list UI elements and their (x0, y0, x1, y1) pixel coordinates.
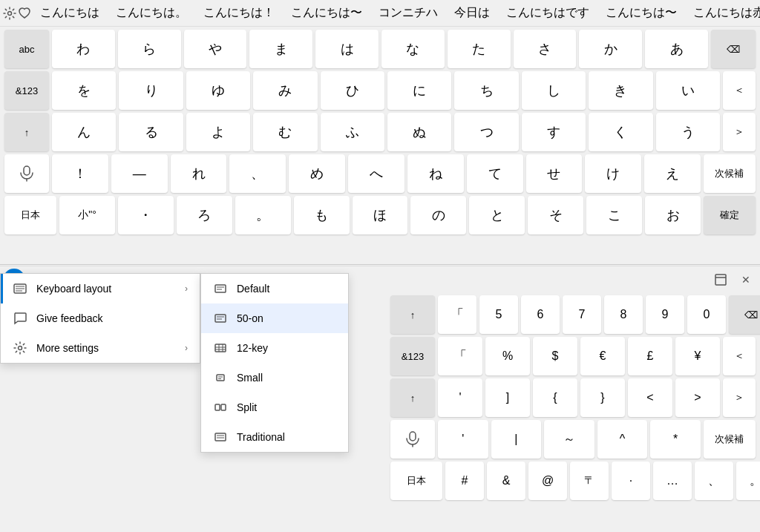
candidate-item[interactable]: こんにちはです (499, 4, 597, 22)
r-brace-l[interactable]: { (533, 378, 577, 417)
key-se[interactable]: せ (526, 154, 583, 193)
r-yen[interactable]: ¥ (675, 337, 720, 375)
r-percent[interactable]: % (485, 337, 530, 375)
key-wo[interactable]: を (52, 71, 116, 110)
r-arrow-right[interactable]: ＞ (723, 378, 756, 417)
r-postal[interactable]: 〒 (570, 462, 609, 500)
r-comma2[interactable]: 、 (695, 462, 733, 500)
r-tilde[interactable]: ～ (544, 420, 594, 459)
r-num-5[interactable]: 5 (479, 295, 518, 334)
settings-icon[interactable] (3, 3, 16, 24)
key-na[interactable]: な (381, 30, 445, 68)
key-ta[interactable]: た (448, 30, 511, 68)
r-backspace[interactable]: ⌫ (729, 295, 760, 334)
r-shift-key2[interactable]: ↑ (390, 378, 435, 417)
key-ne[interactable]: ね (407, 154, 464, 193)
key-ro[interactable]: ろ (177, 196, 232, 234)
key-ma[interactable]: ま (249, 30, 312, 68)
key-o[interactable]: お (645, 196, 701, 234)
r-lt[interactable]: < (628, 378, 672, 417)
key-ki[interactable]: き (589, 71, 652, 110)
key-comma[interactable]: 、 (229, 154, 286, 193)
key-mu[interactable]: む (253, 113, 317, 151)
key-re[interactable]: れ (171, 154, 227, 193)
r-num-6[interactable]: 6 (521, 295, 560, 334)
r-shift-key[interactable]: ↑ (390, 295, 435, 334)
r-gt[interactable]: > (675, 378, 720, 417)
key-excl[interactable]: ！ (52, 154, 108, 193)
key-ha[interactable]: は (315, 30, 379, 68)
key-a[interactable]: あ (645, 30, 708, 68)
key-wa[interactable]: わ (52, 30, 115, 68)
menu-item-more-settings[interactable]: More settings › (1, 333, 200, 363)
heart-icon[interactable] (18, 3, 31, 24)
key-e[interactable]: え (644, 154, 701, 193)
candidate-item[interactable]: こんにちは赤ちゃん (686, 4, 760, 22)
key-dash[interactable]: — (111, 154, 168, 193)
candidate-item[interactable]: こんにちは (33, 4, 107, 22)
menu-item-keyboard-layout[interactable]: Keyboard layout › (1, 274, 200, 303)
r-ellipsis[interactable]: … (653, 462, 692, 500)
r-mic-key[interactable] (390, 420, 435, 459)
key-ri[interactable]: り (119, 71, 183, 110)
key-no[interactable]: の (410, 196, 466, 234)
candidate-item[interactable]: こんにちは。 (108, 4, 194, 22)
r-period2[interactable]: 。 (736, 462, 760, 500)
arrow-right-key[interactable]: ＞ (723, 113, 756, 151)
candidate-item[interactable]: こんにちは〜 (284, 4, 370, 22)
r-key-bracket2[interactable]: 「 (438, 337, 482, 375)
key-ho[interactable]: ほ (353, 196, 408, 234)
key-ra[interactable]: ら (118, 30, 181, 68)
candidate-item[interactable]: こんにちは〜 (598, 4, 684, 22)
key-shi[interactable]: し (522, 71, 586, 110)
r-quote2[interactable]: ' (438, 420, 488, 459)
r-num-8[interactable]: 8 (604, 295, 643, 334)
candidate-item[interactable]: コンニチハ (371, 4, 445, 22)
arrow-left-key[interactable]: ＜ (723, 71, 756, 110)
submenu-item-50on[interactable]: 50-on (201, 303, 348, 333)
backspace-key[interactable]: ⌫ (711, 30, 756, 68)
key-dot[interactable]: ・ (118, 196, 174, 234)
close-btn-right[interactable]: ✕ (735, 269, 757, 291)
r-mdot[interactable]: · (612, 462, 650, 500)
r-num-9[interactable]: 9 (646, 295, 684, 334)
key-me[interactable]: め (289, 154, 345, 193)
key-to[interactable]: と (469, 196, 525, 234)
key-chi[interactable]: ち (454, 71, 518, 110)
r-num-0[interactable]: 0 (687, 295, 726, 334)
key-ru[interactable]: る (119, 113, 183, 151)
r-num-7[interactable]: 7 (563, 295, 601, 334)
key-te[interactable]: て (467, 154, 523, 193)
abc-key[interactable]: abc (4, 30, 49, 68)
kanji-key[interactable]: 日本 (4, 196, 56, 234)
next-candidate-key[interactable]: 次候補 (704, 154, 756, 193)
key-tsu[interactable]: つ (454, 113, 518, 151)
r-apos[interactable]: ' (438, 378, 482, 417)
key-mo[interactable]: も (294, 196, 350, 234)
submenu-item-small[interactable]: Small (201, 363, 348, 393)
r-euro[interactable]: € (580, 337, 625, 375)
key-i[interactable]: い (656, 71, 720, 110)
key-n[interactable]: ん (52, 113, 116, 151)
key-su[interactable]: す (522, 113, 586, 151)
mic-key[interactable] (4, 154, 49, 193)
key-yu[interactable]: ゆ (186, 71, 250, 110)
submenu-item-12key[interactable]: 12-key (201, 333, 348, 363)
shift-key[interactable]: ↑ (4, 113, 49, 151)
r-ast[interactable]: * (650, 420, 701, 459)
key-yo[interactable]: よ (186, 113, 250, 151)
key-nu[interactable]: ぬ (387, 113, 451, 151)
key-ka[interactable]: か (579, 30, 642, 68)
confirm-key[interactable]: 確定 (704, 196, 756, 234)
submenu-item-traditional[interactable]: Traditional (201, 422, 348, 452)
key-u[interactable]: う (656, 113, 720, 151)
r-pipe[interactable]: | (491, 420, 542, 459)
dock-btn-right[interactable] (710, 269, 732, 291)
key-mi[interactable]: み (253, 71, 317, 110)
r-pound[interactable]: £ (628, 337, 672, 375)
key-sa[interactable]: さ (514, 30, 577, 68)
r-at[interactable]: @ (528, 462, 567, 500)
key-ko[interactable]: こ (586, 196, 642, 234)
num-key[interactable]: &123 (4, 71, 49, 110)
r-caret[interactable]: ^ (597, 420, 648, 459)
